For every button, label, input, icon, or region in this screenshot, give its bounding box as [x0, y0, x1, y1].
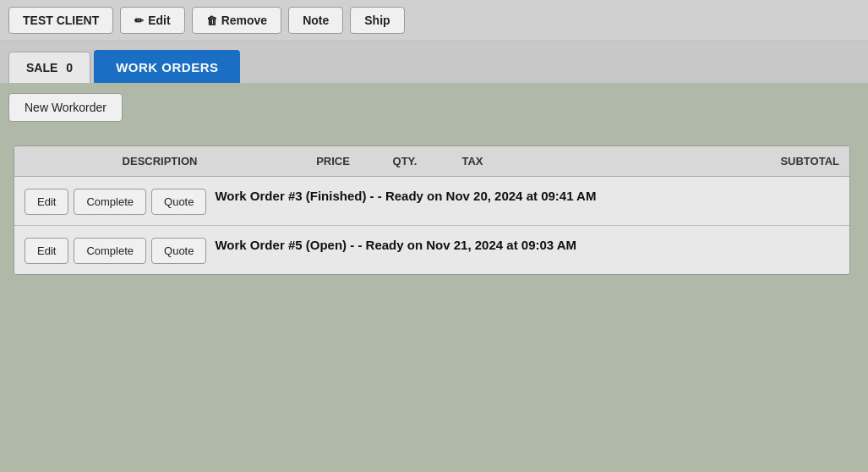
row-2-complete-button[interactable]: Complete: [74, 238, 146, 264]
main-content: DESCRIPTION PRICE QTY. TAX SUBTOTAL Edit…: [0, 130, 868, 290]
new-workorder-button[interactable]: New Workorder: [8, 93, 123, 122]
remove-label: Remove: [221, 14, 267, 27]
row-1-actions: Edit Complete Quote: [25, 189, 206, 215]
edit-button[interactable]: ✏ Edit: [120, 7, 184, 34]
note-button[interactable]: Note: [288, 7, 343, 34]
header-qty: QTY.: [371, 155, 439, 167]
note-label: Note: [303, 14, 329, 27]
header-description: DESCRIPTION: [25, 155, 295, 167]
table-row: Edit Complete Quote Work Order #5 (Open)…: [14, 226, 849, 274]
row-1-inner: Edit Complete Quote Work Order #3 (Finis…: [25, 187, 839, 215]
sale-tab-count: 0: [66, 61, 73, 74]
ship-button[interactable]: Ship: [350, 7, 404, 34]
remove-button[interactable]: 🗑 Remove: [192, 7, 281, 34]
header-subtotal: SUBTOTAL: [506, 155, 839, 167]
sub-toolbar: New Workorder: [0, 85, 868, 130]
work-orders-table: DESCRIPTION PRICE QTY. TAX SUBTOTAL Edit…: [14, 145, 850, 275]
row-1-complete-button[interactable]: Complete: [74, 189, 146, 215]
sale-tab-label: SALE: [26, 61, 57, 74]
new-workorder-label: New Workorder: [25, 101, 106, 114]
header-tax: TAX: [439, 155, 506, 167]
row-2-quote-button[interactable]: Quote: [151, 238, 206, 264]
row-1-edit-button[interactable]: Edit: [25, 189, 68, 215]
header-price: PRICE: [295, 155, 371, 167]
test-client-label: TEST CLIENT: [23, 14, 99, 27]
row-1-description: Work Order #3 (Finished) - - Ready on No…: [215, 187, 596, 206]
remove-icon: 🗑: [206, 14, 217, 27]
tab-row: SALE 0 WORK ORDERS: [0, 41, 868, 85]
row-2-actions: Edit Complete Quote: [25, 238, 206, 264]
row-2-inner: Edit Complete Quote Work Order #5 (Open)…: [25, 236, 839, 264]
row-1-quote-button[interactable]: Quote: [151, 189, 206, 215]
edit-label: Edit: [148, 14, 170, 27]
ship-label: Ship: [364, 14, 390, 27]
table-header: DESCRIPTION PRICE QTY. TAX SUBTOTAL: [14, 146, 849, 177]
top-toolbar: TEST CLIENT ✏ Edit 🗑 Remove Note Ship: [0, 0, 868, 41]
tab-workorders[interactable]: WORK ORDERS: [94, 50, 240, 83]
workorders-tab-label: WORK ORDERS: [116, 60, 218, 74]
edit-icon: ✏: [134, 14, 144, 27]
row-2-edit-button[interactable]: Edit: [25, 238, 68, 264]
row-2-description: Work Order #5 (Open) - - Ready on Nov 21…: [215, 236, 576, 255]
tab-sale[interactable]: SALE 0: [8, 52, 90, 83]
table-row: Edit Complete Quote Work Order #3 (Finis…: [14, 177, 849, 226]
test-client-button[interactable]: TEST CLIENT: [8, 7, 113, 34]
